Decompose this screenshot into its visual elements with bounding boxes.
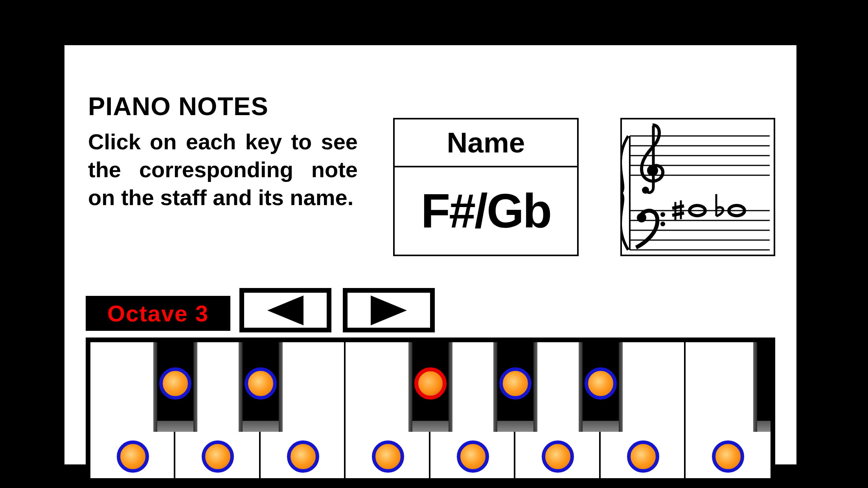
black-key-GAb[interactable]: [493, 342, 537, 432]
note-name-value: F#/Gb: [395, 167, 577, 255]
treble-clef-icon: [642, 125, 663, 194]
triangle-left-icon: [267, 295, 303, 325]
svg-point-11: [642, 187, 649, 194]
octave-prev-button[interactable]: [239, 288, 331, 332]
black-key-DEb[interactable]: [239, 342, 283, 432]
flat-accidental-icon: [716, 194, 723, 216]
svg-line-19: [672, 213, 684, 215]
black-key-FGb[interactable]: [408, 342, 452, 432]
black-key-fragment[interactable]: [753, 342, 775, 432]
grand-staff-icon: [622, 119, 774, 255]
svg-point-15: [660, 222, 665, 226]
black-key-CDb[interactable]: [153, 342, 197, 432]
staff-display: [620, 118, 775, 256]
instructions-text: Click on each key to see the correspondi…: [88, 128, 358, 211]
note-name-header: Name: [395, 119, 577, 167]
page-title: PIANO NOTES: [88, 92, 268, 121]
triangle-right-icon: [371, 295, 407, 325]
piano-keyboard: [86, 338, 775, 483]
brace-icon: [622, 136, 628, 250]
app-stage: PIANO NOTES Click on each key to see the…: [0, 0, 868, 488]
svg-point-13: [637, 213, 646, 222]
black-key-ABb[interactable]: [579, 342, 623, 432]
note-name-box: Name F#/Gb: [393, 118, 579, 256]
octave-next-button[interactable]: [343, 288, 435, 332]
bass-clef-icon: [636, 211, 665, 248]
svg-point-14: [660, 212, 665, 217]
octave-label: Octave 3: [86, 296, 230, 331]
svg-line-18: [672, 206, 684, 208]
svg-point-12: [647, 165, 658, 176]
